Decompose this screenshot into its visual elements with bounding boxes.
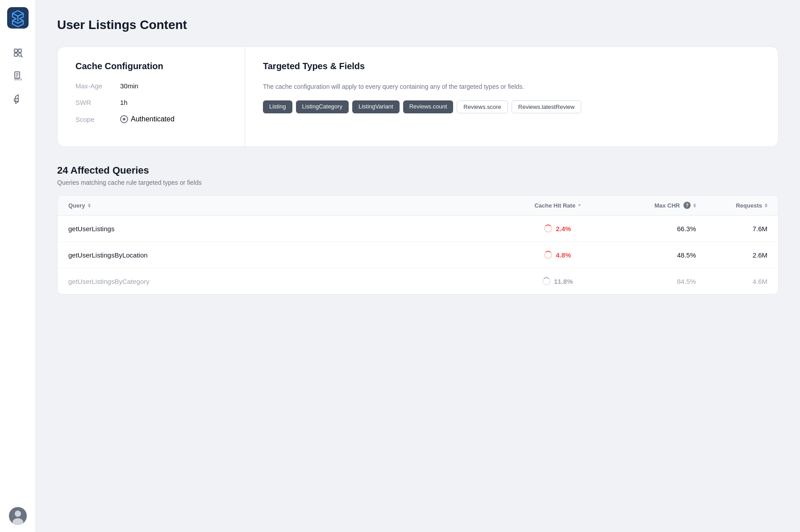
cache-hit-value: 4.8%	[556, 251, 571, 259]
svg-point-8	[15, 511, 21, 517]
queries-table: Query Cache Hit Rate Max CHR ?	[57, 195, 779, 295]
main-content: User Listings Content Cache Configuratio…	[36, 0, 800, 532]
table-row[interactable]: getUserListings 2.4% 66.3% 7.6M	[58, 216, 778, 242]
docs-icon[interactable]: DOCS	[8, 66, 28, 86]
config-row-swr: SWR 1h	[75, 99, 227, 106]
cache-hit-value: 2.4%	[556, 225, 571, 233]
th-query-label: Query	[68, 202, 85, 209]
tag-reviews-latest-review: Reviews.latestReview	[512, 100, 581, 113]
tag-listing-category: ListingCategory	[296, 100, 349, 113]
avatar[interactable]	[9, 507, 27, 525]
spinner-icon	[544, 224, 552, 233]
cache-hit-cell: 4.8%	[508, 251, 607, 259]
requests-cell: 2.6M	[696, 251, 767, 259]
cache-config-section: Cache Configuration Max-Age 30min SWR 1h…	[58, 47, 245, 146]
cache-hit-cell: 11.8%	[508, 277, 607, 285]
tag-listing: Listing	[263, 100, 292, 113]
targeted-description: The cache configuration will apply to ev…	[263, 82, 760, 91]
table-row[interactable]: getUserListingsByLocation 4.8% 48.5% 2.6…	[58, 242, 778, 268]
table-header: Query Cache Hit Rate Max CHR ?	[58, 195, 778, 216]
affected-queries-section: 24 Affected Queries Queries matching cac…	[57, 165, 779, 186]
targeted-title: Targeted Types & Fields	[263, 61, 760, 71]
table-row[interactable]: getUserListingsByCategory 11.8% 84.5% 4.…	[58, 268, 778, 294]
query-name: getUserListings	[68, 225, 508, 233]
affected-queries-subtext: Queries matching cache rule targeted typ…	[57, 179, 779, 186]
svg-rect-3	[14, 53, 17, 56]
config-card: Cache Configuration Max-Age 30min SWR 1h…	[57, 46, 779, 147]
cache-hit-value: 11.8%	[554, 278, 573, 285]
th-requests[interactable]: Requests	[696, 202, 767, 209]
th-query[interactable]: Query	[68, 202, 508, 209]
page-title: User Listings Content	[57, 18, 779, 32]
targeted-section: Targeted Types & Fields The cache config…	[245, 47, 778, 146]
th-max-chr-label: Max CHR	[654, 202, 680, 209]
query-name: getUserListingsByCategory	[68, 278, 508, 285]
ai-icon[interactable]	[8, 43, 28, 62]
max-chr-cell: 48.5%	[607, 251, 696, 259]
cache-hit-cell: 2.4%	[508, 224, 607, 233]
tag-reviews-score: Reviews.score	[457, 100, 508, 113]
maxage-value: 30min	[120, 82, 138, 90]
help-icon[interactable]: ?	[683, 202, 691, 209]
requests-cell: 4.6M	[696, 278, 767, 285]
scope-value: Authenticated	[120, 115, 175, 123]
sidebar: DOCS	[0, 0, 36, 532]
sort-query-icon[interactable]	[88, 204, 91, 208]
max-chr-cell: 84.5%	[607, 278, 696, 285]
svg-text:DOCS: DOCS	[14, 78, 22, 81]
feedback-icon[interactable]	[8, 89, 28, 109]
config-row-scope: Scope Authenticated	[75, 115, 227, 123]
max-chr-cell: 66.3%	[607, 225, 696, 233]
sidebar-bottom	[9, 507, 27, 525]
spinner-icon	[544, 251, 552, 259]
affected-queries-heading: 24 Affected Queries	[57, 165, 779, 176]
scope-authenticated-icon	[120, 115, 128, 123]
requests-cell: 7.6M	[696, 225, 767, 233]
th-requests-label: Requests	[736, 202, 762, 209]
scope-text: Authenticated	[131, 115, 175, 123]
sort-chr-icon[interactable]	[578, 204, 581, 206]
svg-rect-2	[18, 49, 21, 52]
config-row-maxage: Max-Age 30min	[75, 82, 227, 90]
cache-config-title: Cache Configuration	[75, 61, 227, 71]
logo[interactable]	[7, 7, 29, 29]
swr-value: 1h	[120, 99, 128, 106]
tag-listing-variant: ListingVariant	[352, 100, 400, 113]
sort-requests-icon[interactable]	[765, 204, 767, 208]
tags-container: Listing ListingCategory ListingVariant R…	[263, 100, 760, 113]
maxage-label: Max-Age	[75, 82, 120, 90]
th-cache-hit-label: Cache Hit Rate	[534, 202, 575, 209]
query-name: getUserListingsByLocation	[68, 251, 508, 259]
svg-rect-1	[14, 49, 17, 52]
scope-label: Scope	[75, 116, 120, 123]
th-max-chr[interactable]: Max CHR ?	[607, 202, 696, 209]
tag-reviews-count: Reviews.count	[403, 100, 454, 113]
spinner-icon	[542, 277, 550, 285]
swr-label: SWR	[75, 99, 120, 106]
th-cache-hit-rate[interactable]: Cache Hit Rate	[508, 202, 607, 209]
